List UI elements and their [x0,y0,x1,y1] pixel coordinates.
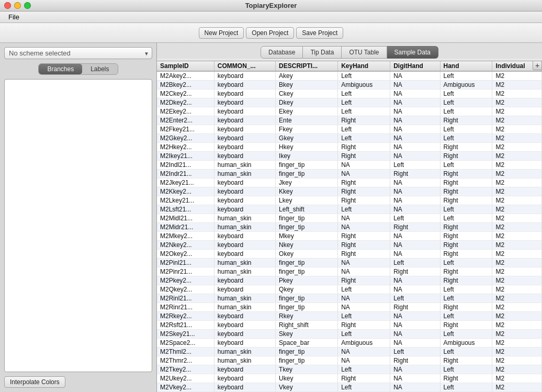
col-header-sampleid: SampleID [157,61,214,71]
table-row: M2Rinr21...human_skinfinger_tipNARightRi… [157,303,542,312]
tab-sample-data[interactable]: Sample Data [387,46,438,59]
table-row: M2Ckey2...keyboardCkeyLeftNALeftM2 [157,89,542,98]
table-row: M2Pkey2...keyboardPkeyRightNARightM2 [157,276,542,285]
data-tabs: Database Tip Data OTU Table Sample Data [157,43,542,59]
interpolate-colors-button[interactable]: Interpolate Colors [4,376,65,388]
tab-tip-data[interactable]: Tip Data [303,46,342,59]
table-row: M2Akey2...keyboardAkeyLeftNALeftM2 [157,71,542,81]
left-panel: No scheme selected ▼ Branches Labels Int… [0,43,157,392]
table-row: M2Thmr2...human_skinfinger_tipNARightRig… [157,356,542,365]
table-row: M2Qkey2...keyboardQkeyLeftNALeftM2 [157,285,542,294]
table-row: M2Nkey2...keyboardNkeyRightNARightM2 [157,241,542,250]
table-row: M2Rsft21...keyboardRight_shiftRightNARig… [157,321,542,330]
main-layout: No scheme selected ▼ Branches Labels Int… [0,43,542,392]
save-project-button[interactable]: Save Project [296,27,343,39]
table-row: M2Ukey2...keyboardUkeyRightNARightM2 [157,374,542,383]
right-panel: Database Tip Data OTU Table Sample Data … [157,43,542,392]
table-row: M2Fkey21...keyboardFkeyLeftNALeftM2 [157,125,542,134]
table-row: M2Lsft21...keyboardLeft_shiftLeftNALeftM… [157,205,542,214]
menu-item-file[interactable]: File [4,12,24,23]
close-button[interactable] [4,2,11,9]
table-row: M2Midr21...human_skinfinger_tipNARightRi… [157,223,542,232]
table-row: M2Indr21...human_skinfinger_tipNARightRi… [157,170,542,178]
table-row: M2Dkey2...keyboardDkeyLeftNALeftM2 [157,98,542,107]
toolbar: New Project Open Project Save Project [0,23,542,43]
col-header-hand: Hand [440,61,492,71]
table-row: M2Thml2...human_skinfinger_tipNALeftLeft… [157,348,542,356]
table-row: M2Jkey21...keyboardJkeyRightNARightM2 [157,178,542,187]
title-bar: TopiaryExplorer [0,0,542,12]
open-project-button[interactable]: Open Project [246,27,294,39]
scheme-selector-wrapper: No scheme selected ▼ [4,47,152,59]
tree-area [4,79,152,372]
table-row: M2Skey21...keyboardSkeyLeftNALeftM2 [157,330,542,339]
tab-database[interactable]: Database [261,46,303,59]
table-outer: SampleID COMMON_... DESCRIPTI... KeyHand… [157,59,542,392]
col-header-keyhand: KeyHand [338,61,390,71]
sample-data-table: SampleID COMMON_... DESCRIPTI... KeyHand… [157,61,542,392]
window-controls[interactable] [4,2,31,9]
new-project-button[interactable]: New Project [199,27,244,39]
table-row: M2Lkey21...keyboardLkeyRightNARightM2 [157,196,542,205]
scheme-select[interactable]: No scheme selected [4,47,152,59]
table-row: M2Gkey2...keyboardGkeyLeftNALeftM2 [157,134,542,143]
table-row: M2Hkey2...keyboardHkeyRightNARightM2 [157,143,542,152]
table-row: M2Rkey2...keyboardRkeyLeftNALeftM2 [157,312,542,321]
tab-labels[interactable]: Labels [82,64,117,74]
col-header-digithand: DigitHand [390,61,440,71]
table-row: M2Midl21...human_skinfinger_tipNALeftLef… [157,214,542,223]
window-title: TopiaryExplorer [245,2,297,9]
add-column-button[interactable]: + [533,61,542,70]
table-row: M2Pinr21...human_skinfinger_tipNARightRi… [157,267,542,276]
minimize-button[interactable] [14,2,21,9]
maximize-button[interactable] [24,2,31,9]
table-row: M2Indl21...human_skinfinger_tipNALeftLef… [157,161,542,170]
table-row: M2Mkey2...keyboardMkeyRightNARightM2 [157,232,542,241]
menu-bar: File [0,12,542,23]
table-container[interactable]: SampleID COMMON_... DESCRIPTI... KeyHand… [157,61,542,392]
table-row: M2Bkey2...keyboardBkeyAmbiguousNAAmbiguo… [157,81,542,89]
table-row: M2Enter2...keyboardEnteRightNARightM2 [157,116,542,125]
table-row: M2Pinl21...human_skinfinger_tipNALeftLef… [157,259,542,267]
table-row: M2Ekey2...keyboardEkeyLeftNALeftM2 [157,107,542,116]
col-header-descripti: DESCRIPTI... [276,61,338,71]
table-row: M2Kkey2...keyboardKkeyRightNARightM2 [157,187,542,196]
table-row: M2Okey2...keyboardOkeyRightNARightM2 [157,250,542,259]
col-header-common: COMMON_... [214,61,275,71]
tab-branches[interactable]: Branches [39,64,82,74]
table-row: M2Ikey21...keyboardIkeyRightNARightM2 [157,152,542,161]
table-row: M2Vkey2...keyboardVkeyLeftNALeftM2 [157,383,542,392]
table-row: M2Space2...keyboardSpace_barAmbiguousNAA… [157,339,542,348]
tab-otu-table[interactable]: OTU Table [342,46,387,59]
branch-label-tabs: Branches Labels [38,63,118,75]
table-row: M2Tkey2...keyboardTkeyLeftNALeftM2 [157,365,542,374]
table-row: M2Rinl21...human_skinfinger_tipNALeftLef… [157,294,542,303]
